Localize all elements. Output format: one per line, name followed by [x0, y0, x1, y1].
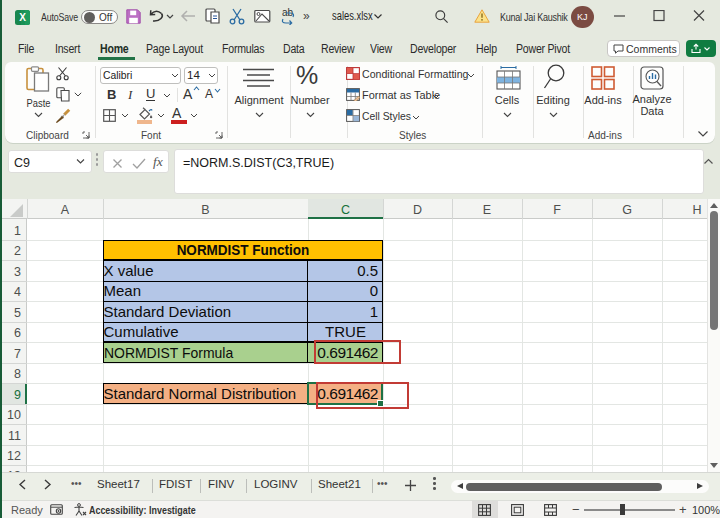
svg-text:X: X — [19, 12, 26, 23]
